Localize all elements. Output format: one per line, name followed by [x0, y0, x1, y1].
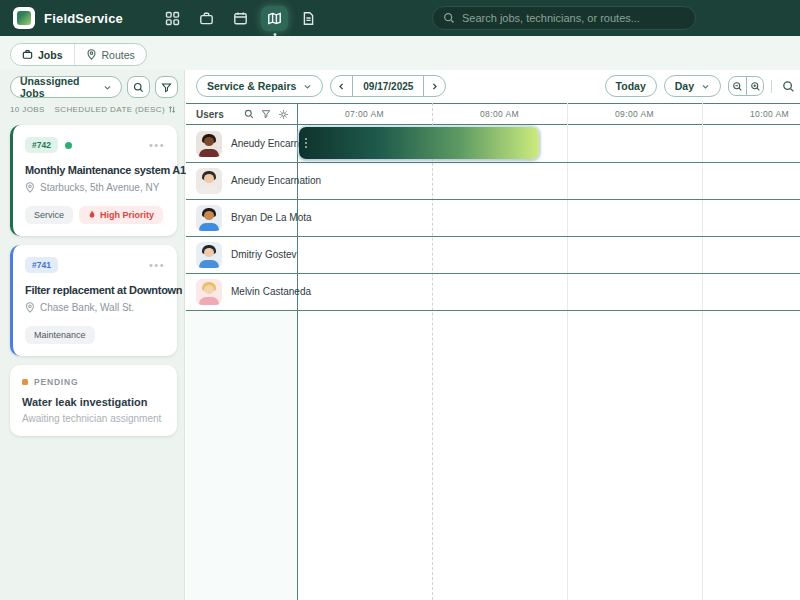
filter-funnel-icon[interactable] [261, 109, 271, 119]
technician-name: Bryan De La Mota [231, 212, 312, 223]
filter-funnel-icon [161, 82, 172, 93]
schedule-event[interactable] [299, 127, 539, 159]
job-card-header: #742 ••• [25, 137, 165, 153]
scheduler-toolbar-right: Today Day [605, 75, 797, 97]
app-logo [13, 7, 35, 29]
primary-nav [159, 6, 322, 31]
briefcase-icon [199, 11, 214, 26]
scheduler-panel: Service & Repairs 09/17/2025 Today Day [186, 70, 800, 600]
zoom-out-button[interactable] [729, 77, 746, 95]
job-card-header: #741 ••• [25, 257, 165, 273]
nav-calendar-button[interactable] [227, 6, 254, 31]
settings-gear-icon[interactable] [278, 109, 289, 120]
job-filter-select[interactable]: Unassigned Jobs [10, 76, 122, 98]
job-location: Starbucks, 5th Avenue, NY [40, 182, 159, 193]
chevron-down-icon [103, 83, 112, 92]
users-column-header: Users [186, 104, 297, 124]
job-card[interactable]: #741 ••• Filter replacement at Downtown … [10, 245, 177, 356]
team-filter-select[interactable]: Service & Repairs [196, 75, 323, 97]
job-id-badge: #741 [25, 257, 58, 273]
jobs-sidebar: Unassigned Jobs 10 JOBS SCHEDULED DATE (… [0, 70, 185, 600]
job-location-row: Chase Bank, Wall St. [25, 302, 165, 313]
range-value: Day [675, 80, 694, 92]
technician-row[interactable]: Dmitriy Gostev [186, 236, 297, 273]
avatar [196, 279, 222, 305]
technician-name: Aneudy Encarnation [231, 175, 321, 186]
job-card[interactable]: #742 ••• Monthly Maintenance system A1 S… [10, 125, 177, 236]
search-placeholder: Search jobs, technicians, or routes... [462, 12, 640, 24]
hour-gridline [432, 103, 433, 600]
job-id-badge: #742 [25, 137, 58, 153]
priority-tag: High Priority [79, 206, 163, 224]
hour-gridline [702, 103, 703, 600]
scheduler-toolbar-left: Service & Repairs 09/17/2025 [196, 75, 446, 97]
sub-bar: Jobs Routes [0, 36, 800, 70]
zoom-in-button[interactable] [746, 77, 763, 95]
global-search-input[interactable]: Search jobs, technicians, or routes... [432, 6, 696, 30]
users-header-label: Users [196, 109, 224, 120]
nav-map-button[interactable] [261, 6, 288, 31]
sidebar-meta-row: 10 JOBS SCHEDULED DATE (DESC) [10, 105, 176, 114]
sort-control[interactable]: SCHEDULED DATE (DESC) [55, 105, 177, 114]
technician-row[interactable]: Aneudy Encarnation [186, 125, 297, 162]
logo-image [17, 11, 31, 25]
toolbar-divider [771, 80, 772, 93]
pending-job-card[interactable]: PENDING Water leak investigation Awaitin… [10, 365, 177, 436]
job-location: Chase Bank, Wall St. [40, 302, 134, 313]
hour-gridline [567, 103, 568, 600]
technician-row[interactable]: Aneudy Encarnation [186, 162, 297, 199]
toggle-jobs[interactable]: Jobs [11, 44, 74, 65]
job-tag: Maintenance [25, 326, 95, 344]
nav-apps-grid-button[interactable] [159, 6, 186, 31]
today-button[interactable]: Today [605, 75, 657, 97]
job-location-row: Starbucks, 5th Avenue, NY [25, 182, 165, 193]
nav-jobs-button[interactable] [193, 6, 220, 31]
search-icon [443, 12, 455, 24]
today-label: Today [616, 80, 646, 92]
toggle-routes-label: Routes [102, 49, 135, 61]
time-slot-header: 08:00 AM [432, 109, 567, 119]
avatar [196, 131, 222, 157]
sidebar-filter-button[interactable] [155, 76, 178, 98]
time-slot-header: 07:00 AM [297, 109, 432, 119]
job-tag: Service [25, 206, 73, 224]
users-header-icons [244, 109, 289, 120]
chevron-down-icon [701, 82, 710, 91]
search-icon[interactable] [244, 109, 254, 119]
timeline-search-button[interactable] [779, 76, 797, 96]
brand-title: FieldService [44, 11, 123, 26]
pending-dot [22, 379, 28, 385]
priority-label: High Priority [100, 210, 154, 220]
technician-row[interactable]: Bryan De La Mota [186, 199, 297, 236]
timeline-header: Users 07:00 AM 08:00 AM 09:00 AM 10:00 A… [186, 103, 800, 125]
avatar [196, 205, 222, 231]
job-status-dot [65, 142, 72, 149]
toggle-routes[interactable]: Routes [74, 44, 146, 65]
nav-documents-button[interactable] [295, 6, 322, 31]
search-icon [782, 80, 795, 93]
team-filter-value: Service & Repairs [207, 80, 296, 92]
next-day-button[interactable] [424, 76, 445, 96]
pending-status-row: PENDING [22, 377, 165, 387]
sidebar-controls: Unassigned Jobs [10, 76, 178, 98]
document-icon [301, 11, 316, 26]
time-slot-header: 09:00 AM [567, 109, 702, 119]
job-title: Filter replacement at Downtown [25, 284, 165, 296]
card-menu-button[interactable]: ••• [149, 262, 165, 268]
job-card-list: #742 ••• Monthly Maintenance system A1 S… [10, 125, 177, 436]
apps-grid-icon [165, 11, 180, 26]
time-slot-header: 10:00 AM [702, 109, 800, 119]
job-filter-value: Unassigned Jobs [20, 75, 103, 99]
sidebar-search-button[interactable] [127, 76, 150, 98]
search-icon [133, 82, 144, 93]
card-menu-button[interactable]: ••• [149, 142, 165, 148]
toggle-jobs-label: Jobs [38, 49, 63, 61]
technician-row[interactable]: Melvin Castaneda [186, 273, 297, 310]
drag-handle-icon[interactable] [305, 138, 307, 148]
prev-day-button[interactable] [331, 76, 352, 96]
range-select[interactable]: Day [664, 75, 721, 97]
map-pin-icon [25, 182, 35, 193]
row-divider [186, 310, 800, 311]
zoom-controls [728, 76, 764, 96]
current-date[interactable]: 09/17/2025 [352, 76, 424, 96]
